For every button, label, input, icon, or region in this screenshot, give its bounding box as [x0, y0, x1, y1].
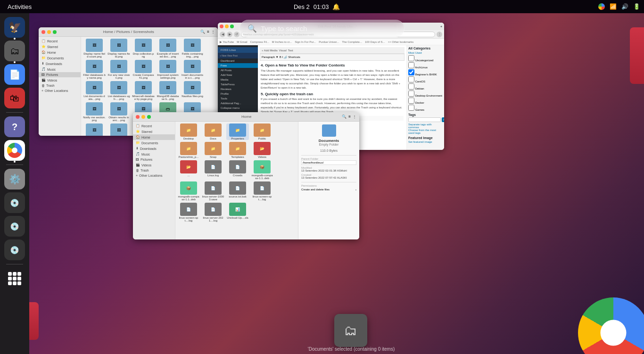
bookmark-purdue[interactable]: Purdue Univer...	[319, 41, 339, 43]
file-item[interactable]: 🖼 Obtain results in anc....png	[107, 102, 130, 122]
sidebar-item-music[interactable]: 🎵 Music	[39, 66, 81, 72]
files-window-2[interactable]: Home 🔍 ≡ ⋮ 📋 Recent ⭐ Starred 🏠 Home 📁 D…	[133, 112, 359, 239]
file-item[interactable]: 🖼 List documents data....png	[83, 81, 106, 100]
files2-close-btn[interactable]	[136, 115, 140, 119]
dock-icon-settings1[interactable]: ⚙️	[4, 169, 25, 189]
file-item[interactable]: 🖼 Insert documents in a c....png	[181, 60, 204, 79]
dock-icon-help[interactable]: ?	[4, 116, 25, 137]
wp-tags-suggestion[interactable]: Separate tags with commas	[408, 123, 443, 129]
file-uncloud[interactable]: 📊 Uncloud-Up....xls	[226, 203, 249, 222]
file-linux-server[interactable]: 📄 linux-server-10003.save	[202, 181, 224, 201]
chrome-tray-icon[interactable]	[598, 3, 605, 10]
files2-sidebar-pictures[interactable]: 🖼 Pictures	[133, 157, 175, 162]
dock-icon-files[interactable]: 🗂	[4, 41, 25, 61]
files2-min-btn[interactable]	[141, 115, 145, 119]
file-item[interactable]: 🖼 Fields containing img....png	[181, 39, 204, 58]
files2-sidebar-documents[interactable]: 📁 Documents	[133, 140, 175, 146]
dock-icon-vinyl3[interactable]: 💿	[4, 239, 25, 260]
bookmark-signin[interactable]: Sign In For Pur...	[295, 41, 316, 43]
cat-centos[interactable]: CentOS	[408, 76, 443, 83]
wp-menu-reviews[interactable]: Reviews	[218, 87, 258, 91]
folder-vms[interactable]: 📂 ...	[177, 160, 200, 180]
file-screen-spt1[interactable]: 📄 linux-screen-spt....log	[251, 181, 273, 201]
files2-sidebar-home[interactable]: 🏠 Home	[133, 134, 175, 140]
wp-menu-media[interactable]: Media	[218, 77, 258, 82]
file-item[interactable]: 🖼 Filter databases by name.png	[83, 60, 106, 79]
bookmark-inches[interactable]: M Inches to cr...	[272, 41, 292, 43]
sidebar-item-recent[interactable]: 📋 Recent	[39, 38, 81, 44]
wp-menu-add-new[interactable]: Add New	[218, 73, 258, 77]
dock-icon-chrome[interactable]	[4, 140, 25, 161]
dock-icon-docs[interactable]: 📄	[4, 64, 25, 85]
browser-min-btn[interactable]	[225, 25, 229, 28]
folder-snap[interactable]: 📁 Snap	[202, 142, 224, 158]
sidebar-item-trash[interactable]: 🗑 Trash	[39, 83, 81, 88]
file-item[interactable]: 🖼 Show file properties.png	[83, 123, 106, 136]
bookmark-other[interactable]: >> Other bookmarks	[388, 41, 414, 43]
wp-tags-add-btn[interactable]: Add	[442, 117, 444, 122]
wp-menu-dashboard[interactable]: Dashboard	[218, 58, 258, 63]
folder-videos[interactable]: 📂 Videos	[251, 142, 273, 158]
bookmark-100days[interactable]: 100 Days of S...	[365, 41, 385, 43]
battery-icon[interactable]: 🔋	[633, 3, 640, 10]
wp-menu-tools[interactable]: Tools	[218, 96, 258, 101]
sidebar-item-pictures[interactable]: 🖼 Pictures	[39, 72, 81, 77]
properties-location-input[interactable]	[301, 160, 356, 165]
cat-docker[interactable]: Docker	[408, 98, 443, 104]
files2-max-btn[interactable]	[147, 115, 151, 119]
wp-menu-profile[interactable]: Profile	[218, 91, 258, 96]
wp-toolbar-text[interactable]: Text	[288, 49, 293, 52]
search-input[interactable]	[261, 25, 396, 33]
bookmark-gmail[interactable]: M Gmail	[237, 41, 247, 43]
files2-sidebar-downloads[interactable]: ⬇ Downloads	[133, 146, 175, 151]
file-crowds[interactable]: 📄 Crowds	[226, 160, 249, 180]
file-item[interactable]: 🖼 Minecraft database by page.png	[132, 81, 155, 100]
file-mongodb1[interactable]: 📦 mongodb-compass-1.1..deb	[251, 160, 273, 180]
browser-max-btn[interactable]	[230, 25, 234, 28]
folder-templates[interactable]: 📁 Templates	[226, 142, 249, 158]
dock-icon-vinyl1[interactable]: 💿	[4, 192, 25, 213]
folder-docs[interactable]: 📁 Docs	[202, 123, 224, 140]
wp-toolbar-add[interactable]: + Add Media	[262, 49, 278, 52]
file-item[interactable]: 🖼 Improved system settings.png	[157, 60, 179, 79]
folder-public[interactable]: 📁 Public	[251, 123, 273, 140]
wp-format-bold[interactable]: B	[280, 56, 281, 59]
folder-pastureinto[interactable]: 📁 PastureInto_p...	[177, 142, 200, 158]
sidebar-item-documents[interactable]: 📁 Documents	[39, 55, 81, 61]
wp-set-featured-image[interactable]: Set featured image	[408, 140, 443, 143]
file-mongodb2[interactable]: 📦 mongodb-compass-1.1..deb	[177, 181, 200, 201]
cat-beginners[interactable]: Beginner's BARK	[408, 69, 443, 76]
wp-format-link[interactable]: 🔗	[284, 56, 287, 59]
files2-more-icon[interactable]: ⋮	[353, 115, 356, 119]
files2-search-icon[interactable]: 🔍	[342, 115, 347, 119]
files2-sidebar-recent[interactable]: 📋 Recent	[133, 123, 175, 129]
maximize-button-1[interactable]	[53, 30, 57, 34]
file-item[interactable]: 🖼 Select name colle...png	[107, 123, 130, 136]
bookmark-complete[interactable]: The Complete...	[342, 41, 362, 43]
wp-menu-tablepress[interactable]: TablePress	[218, 82, 258, 87]
wp-tags-input[interactable]	[408, 117, 441, 122]
file-item[interactable]: 🖼 For any new vision.png	[107, 60, 130, 79]
file-item[interactable]: 🖼 Display names field.png	[107, 39, 130, 58]
permissions-arrow[interactable]: ›	[355, 188, 356, 191]
wp-menu-additional[interactable]: Additional Pag...	[218, 101, 258, 106]
file-item[interactable]: 🖼 Create Compass 41.png	[132, 60, 155, 79]
dock-grid-button[interactable]	[4, 268, 25, 289]
files2-sidebar-trash[interactable]: 🗑 Trash	[133, 168, 175, 173]
volume-icon[interactable]: 🔊	[621, 3, 628, 10]
files1-more-icon[interactable]: ⋮	[211, 30, 215, 34]
wp-menu-all-posts[interactable]: All Posts	[218, 68, 258, 73]
wp-menu-posts[interactable]: Foss	[218, 63, 258, 68]
browser-back-btn[interactable]: ◀	[220, 32, 225, 37]
sidebar-item-videos[interactable]: 🎬 Videos	[39, 77, 81, 83]
browser-forward-btn[interactable]: ▶	[227, 32, 232, 37]
cat-archlinux[interactable]: ArchLinux	[408, 62, 443, 69]
file-server-2021[interactable]: 📄 linux-server-2021....log	[202, 203, 224, 222]
bookmark-compress[interactable]: Compress Fil...	[250, 41, 269, 43]
wp-tags-common[interactable]: Choose from the most used tags	[408, 129, 443, 134]
browser-reload-btn[interactable]: ↺	[234, 32, 239, 37]
file-item[interactable]: 🖼 MongoDB database b...png	[157, 81, 179, 100]
sidebar-item-downloads[interactable]: ⬇ Downloads	[39, 61, 81, 66]
wp-menu-collapse[interactable]: Collapse menu	[218, 106, 258, 110]
sidebar-item-starred[interactable]: ⭐ Starred	[39, 44, 81, 49]
